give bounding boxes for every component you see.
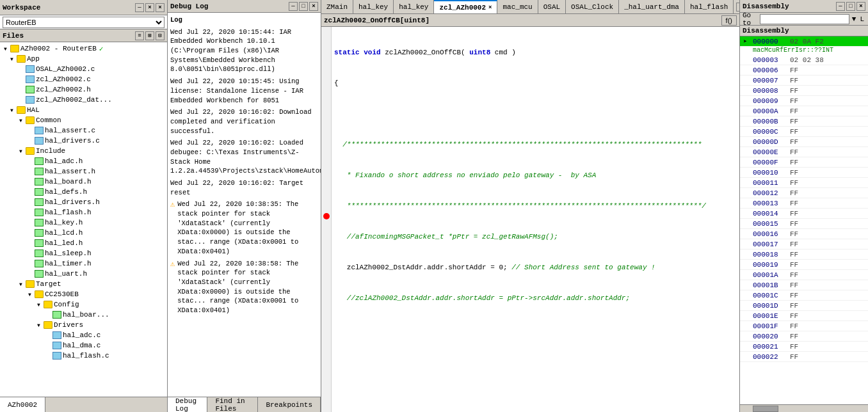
tree-include[interactable]: ▼ Include [0,146,167,156]
disasm-lock-icon[interactable]: L [858,15,865,23]
func-btn[interactable]: f() [721,15,737,26]
tree-app[interactable]: ▼ App [0,54,167,64]
tree-arrow-include: ▼ [19,148,26,154]
tab-halkey2[interactable]: hal_key [394,0,434,14]
disasm-bytes-23: FF [789,281,868,289]
tree-hal-led-h[interactable]: hal_led.h [0,238,167,248]
disasm-addr-12: 000010 [750,169,789,177]
tree-hal-lcd-h[interactable]: hal_lcd.h [0,228,167,238]
tree-hal-flash-c[interactable]: hal_flash.c [0,351,167,361]
disasm-addr-25: 00001D [750,302,789,310]
tree-zcl-azh-dat[interactable]: zcl_AZh0002_dat... [0,95,167,105]
tree-common[interactable]: ▼ Common [0,115,167,125]
disasm-row-30: 000022 FF [740,352,868,362]
bottom-tab-azh0002[interactable]: AZh0002 [0,397,45,413]
tree-hal-timer-h[interactable]: hal_timer.h [0,258,167,269]
tree-label-hal-board-cfg: hal_boar... [63,311,109,319]
file-icon-hal-defs-h [35,188,44,196]
disasm-addr-2: 000006 [750,67,789,74]
tree-hal-dma-c[interactable]: hal_dma.c [0,340,167,351]
workspace-close-btn[interactable]: × [156,3,165,12]
tab-hal-uart-dma[interactable]: _hal_uart_dma [619,0,685,14]
tree-hal-key-h[interactable]: hal_key.h [0,218,167,228]
debug-title: Debug Log [170,3,208,10]
workspace-minimize-btn[interactable]: ─ [135,3,144,12]
tree-hal-adc-c[interactable]: hal_adc.c [0,330,167,340]
workspace-pin-btn[interactable]: × [145,3,154,12]
tab-zmain[interactable]: ZMain [321,0,353,14]
log-entry-4: Wed Jul 22, 2020 10:16:02: Target reset [170,178,318,197]
disasm-row-5: 000009 FF [740,96,868,106]
tree-label-app: App [27,55,40,63]
tree-arrow-cc2530eb: ▼ [28,292,35,297]
disasm-bytes-11: FF [789,159,868,166]
tree-hal-assert-c[interactable]: hal_assert.c [0,125,167,136]
bottom-tab-breakpoints[interactable]: Breakpoints [258,397,321,413]
debug-maximize-btn[interactable]: □ [299,2,308,11]
disasm-row-22: 00001A FF [740,270,868,280]
tree-hal-uart-h[interactable]: hal_uart.h [0,269,167,279]
tree-root[interactable]: ▼ AZh0002 - RouterEB ✓ [0,44,167,54]
file-icon-hal-timer-h [35,260,44,267]
tree-hal-board-cfg[interactable]: hal_boar... [0,310,167,320]
tree-cc2530eb[interactable]: ▼ CC2530EB [0,289,167,299]
tree-arrow-common: ▼ [19,118,26,123]
tab-close-icon[interactable]: × [488,4,492,11]
folder-icon-target [26,280,35,288]
tab-zcl-azh0002[interactable]: zcl_AZh0002 × [434,0,497,14]
disasm-maximize-btn[interactable]: □ [846,2,855,11]
tree-hal-drivers-c[interactable]: hal_drivers.c [0,136,167,146]
files-icon-2[interactable]: ⊞ [145,31,154,40]
tree-label-zcl-azh-h: zcl_AZh0002.h [36,86,91,93]
disasm-addr-20: 000018 [750,251,789,258]
tree-drivers[interactable]: ▼ Drivers [0,320,167,330]
checkmark-icon: ✓ [99,45,104,53]
tab-halkey1[interactable]: hal_key [353,0,394,14]
disasm-bytes-17: FF [789,220,868,228]
tree-hal-flash-h[interactable]: hal_flash.h [0,207,167,218]
tree-zcl-azh-h[interactable]: zcl_AZh0002.h [0,84,167,95]
log-label: Log [170,15,318,25]
disasm-addr-6: 00000A [750,107,789,115]
files-icon-3[interactable]: ⊟ [156,31,165,40]
tree-target[interactable]: ▼ Target [0,279,167,289]
disasm-addr-19: 000017 [750,241,789,248]
tab-osal-clock[interactable]: OSAL_Clock [566,0,619,14]
disasm-close-btn[interactable]: × [856,2,865,11]
tree-hal-defs-h[interactable]: hal_defs.h [0,187,167,197]
project-select[interactable]: RouterEB [3,17,165,28]
tree-hal-adc-h[interactable]: hal_adc.h [0,156,167,166]
tree-hal-assert-h[interactable]: hal_assert.h [0,166,167,177]
tab-mac-mcu[interactable]: mac_mcu [497,0,538,14]
tree-hal-sleep-h[interactable]: hal_sleep.h [0,248,167,258]
files-icon-1[interactable]: ≡ [135,31,144,40]
tree-hal-drivers-h[interactable]: hal_drivers.h [0,197,167,207]
disasm-addr-1: 000003 [750,56,789,64]
tab-hal-flash[interactable]: hal_flash [685,0,734,14]
disasm-addr-28: 000020 [750,333,789,340]
disasm-dropdown-icon[interactable]: ▼ [849,15,859,23]
tree-hal-board-h[interactable]: hal_board.h [0,177,167,187]
tree-hal[interactable]: ▼ HAL [0,105,167,115]
tree-label-common: Common [36,116,61,124]
debug-minimize-btn[interactable]: ─ [289,2,298,11]
code-editor[interactable]: static void zclAZh0002_OnOffCB( uint8 cm… [321,27,739,412]
goto-input[interactable] [760,14,849,24]
disasm-bytes-9: FF [789,138,868,146]
disasm-scroll-thumb[interactable] [753,406,778,412]
tree-arrow-root: ▼ [4,46,10,52]
file-icon-hal-assert-c [35,127,44,134]
disasm-bytes-12: FF [789,169,868,177]
disasm-bytes-5: FF [789,97,868,105]
tab-osal[interactable]: OSAL [538,0,566,14]
bottom-tab-findinfiles[interactable]: Find in Files [207,397,258,413]
tree-config[interactable]: ▼ Config [0,299,167,310]
disasm-minimize-btn[interactable]: ─ [836,2,845,11]
disasm-bytes-16: FF [789,210,868,218]
editor-tabs-dropdown[interactable]: ▼ [736,3,739,12]
tree-zcl-azh-c[interactable]: zcl_AZh0002.c [0,74,167,84]
debug-close-btn[interactable]: × [309,2,318,11]
bottom-tab-debuglog[interactable]: Debug Log [168,397,207,413]
tree-osal-azh[interactable]: OSAL_AZh0002.c [0,64,167,74]
disasm-scrollbar-h[interactable] [740,404,868,412]
